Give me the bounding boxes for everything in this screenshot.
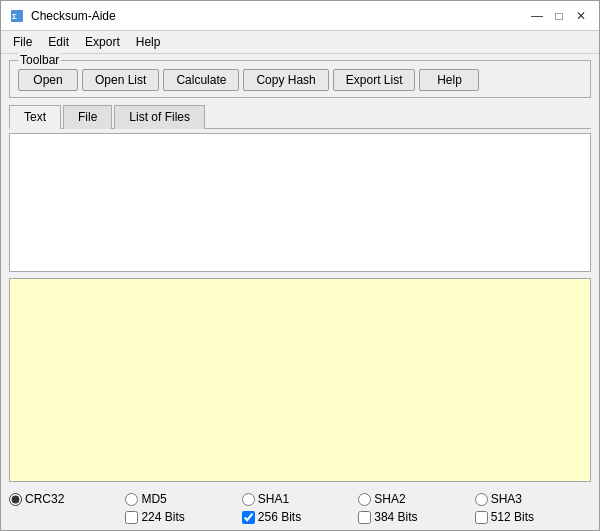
checkbox-224[interactable]: 224 Bits: [125, 510, 241, 524]
open-list-button[interactable]: Open List: [82, 69, 159, 91]
app-icon: Σ: [9, 8, 25, 24]
close-button[interactable]: ✕: [571, 6, 591, 26]
help-button[interactable]: Help: [419, 69, 479, 91]
window-controls: — □ ✕: [527, 6, 591, 26]
toolbar-buttons: Open Open List Calculate Copy Hash Expor…: [18, 67, 582, 91]
toolbar-label: Toolbar: [18, 53, 61, 67]
checkbox-group: 224 Bits 256 Bits 384 Bits 512 Bits: [9, 510, 591, 524]
tab-text[interactable]: Text: [9, 105, 61, 129]
menu-help[interactable]: Help: [128, 33, 169, 51]
text-input[interactable]: [9, 133, 591, 272]
title-bar: Σ Checksum-Aide — □ ✕: [1, 1, 599, 31]
menu-edit[interactable]: Edit: [40, 33, 77, 51]
hash-output: [9, 278, 591, 482]
tabs-container: Text File List of Files: [9, 104, 591, 486]
minimize-button[interactable]: —: [527, 6, 547, 26]
radio-crc32[interactable]: CRC32: [9, 492, 125, 506]
menu-bar: File Edit Export Help: [1, 31, 599, 54]
export-list-button[interactable]: Export List: [333, 69, 416, 91]
radio-group: CRC32 MD5 SHA1 SHA2 SHA3: [9, 492, 591, 506]
tab-list-of-files[interactable]: List of Files: [114, 105, 205, 129]
radio-sha1[interactable]: SHA1: [242, 492, 358, 506]
toolbar-group: Toolbar Open Open List Calculate Copy Ha…: [9, 60, 591, 98]
bottom-controls: CRC32 MD5 SHA1 SHA2 SHA3: [1, 486, 599, 530]
tab-bar: Text File List of Files: [9, 104, 591, 129]
calculate-button[interactable]: Calculate: [163, 69, 239, 91]
tab-file[interactable]: File: [63, 105, 112, 129]
copy-hash-button[interactable]: Copy Hash: [243, 69, 328, 91]
checkbox-512[interactable]: 512 Bits: [475, 510, 591, 524]
maximize-button[interactable]: □: [549, 6, 569, 26]
radio-sha2[interactable]: SHA2: [358, 492, 474, 506]
checkbox-256[interactable]: 256 Bits: [242, 510, 358, 524]
menu-file[interactable]: File: [5, 33, 40, 51]
open-button[interactable]: Open: [18, 69, 78, 91]
checkbox-384[interactable]: 384 Bits: [358, 510, 474, 524]
radio-md5[interactable]: MD5: [125, 492, 241, 506]
main-window: Σ Checksum-Aide — □ ✕ File Edit Export H…: [0, 0, 600, 531]
menu-export[interactable]: Export: [77, 33, 128, 51]
window-title: Checksum-Aide: [31, 9, 527, 23]
tab-content: [9, 129, 591, 486]
svg-text:Σ: Σ: [12, 12, 17, 21]
radio-sha3[interactable]: SHA3: [475, 492, 591, 506]
